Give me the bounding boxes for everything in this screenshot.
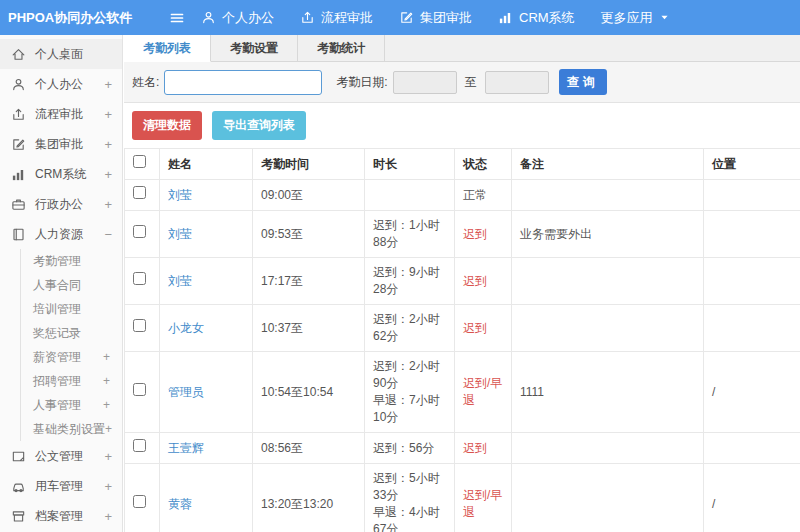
select-all-checkbox[interactable] [133,155,146,168]
expand-toggle-icon[interactable]: + [104,77,112,92]
sidebar-item-3[interactable]: 集团审批+ [0,129,122,159]
expand-toggle-icon[interactable]: + [104,137,112,152]
sidebar-item-6[interactable]: 人力资源− [0,219,122,249]
clean-data-button[interactable]: 清理数据 [132,111,202,140]
column-header: 考勤时间 [253,149,365,180]
duration-line: 迟到：2小时90分 [373,358,446,392]
nav-item-4[interactable]: 更多应用 [601,9,670,27]
expand-toggle-icon[interactable]: + [104,167,112,182]
tab-1[interactable]: 考勤设置 [211,35,298,61]
duration-cell: 迟到：9小时28分 [365,258,455,305]
sidebar-item-5[interactable]: 行政办公+ [0,189,122,219]
date-from-input[interactable] [393,71,457,94]
chart-icon [498,10,513,25]
date-label: 考勤日期: [336,74,387,91]
nav-item-1[interactable]: 流程审批 [300,9,373,27]
row-checkbox[interactable] [133,225,146,238]
employee-name-link[interactable]: 刘莹 [168,227,192,241]
status-cell: 正常 [455,180,512,211]
name-cell: 刘莹 [160,258,253,305]
location-cell [704,180,800,211]
employee-name-link[interactable]: 管理员 [168,385,204,399]
employee-name-link[interactable]: 小龙女 [168,321,204,335]
location-cell [704,211,800,258]
archive-icon [11,509,26,524]
row-checkbox[interactable] [133,495,146,508]
hamburger-menu-icon[interactable] [169,10,185,26]
tab-0[interactable]: 考勤列表 [124,35,211,62]
sidebar-item-label: 个人桌面 [35,46,112,63]
row-checkbox[interactable] [133,383,146,396]
status-badge: 迟到/早退 [463,376,502,407]
sidebar-subitem-3[interactable]: 奖惩记录 [21,321,122,345]
sidebar-subitem-4[interactable]: 薪资管理+ [21,345,122,369]
sidebar-item-1[interactable]: 个人办公+ [0,69,122,99]
table-row: 刘莹09:00至正常 [125,180,800,211]
expand-toggle-icon[interactable]: + [104,509,112,524]
row-checkbox-cell [125,464,160,532]
sidebar-item-4[interactable]: CRM系统+ [0,159,122,189]
employee-name-link[interactable]: 王壹辉 [168,441,204,455]
expand-toggle-icon[interactable]: − [104,227,112,242]
sidebar-item-8[interactable]: 用车管理+ [0,471,122,501]
expand-toggle-icon[interactable]: + [104,479,112,494]
sidebar-submenu: 考勤管理人事合同培训管理奖惩记录薪资管理+招聘管理+人事管理+基础类别设置+ [20,249,122,441]
tab-2[interactable]: 考勤统计 [298,35,385,61]
sidebar-item-0[interactable]: 个人桌面 [0,39,122,69]
sidebar-item-9[interactable]: 档案管理+ [0,501,122,531]
table-row: 刘莹17:17至迟到：9小时28分迟到 [125,258,800,305]
table-header-row: 姓名考勤时间时长状态备注位置 [125,149,800,180]
expand-toggle-icon[interactable]: + [104,449,112,464]
row-checkbox[interactable] [133,439,146,452]
date-to-input[interactable] [485,71,549,94]
sidebar-subitem-2[interactable]: 培训管理 [21,297,122,321]
sidebar-subitem-7[interactable]: 基础类别设置+ [21,417,122,441]
table-row: 管理员10:54至10:54迟到：2小时90分早退：7小时10分迟到/早退111… [125,352,800,433]
expand-toggle-icon[interactable]: + [104,107,112,122]
date-to-label: 至 [465,74,477,91]
nav-item-3[interactable]: CRM系统 [498,9,575,27]
sidebar-item-label: 行政办公 [35,196,104,213]
name-input[interactable] [164,70,322,95]
expand-toggle-icon[interactable]: + [104,197,112,212]
search-button[interactable]: 查询 [559,69,607,95]
duration-cell: 迟到：56分 [365,433,455,464]
note-cell: 1111 [512,352,704,433]
row-checkbox-cell [125,305,160,352]
sidebar-item-7[interactable]: 公文管理+ [0,441,122,471]
upload-icon [300,10,315,25]
expand-toggle-icon[interactable]: + [103,398,110,412]
home-icon [11,47,26,62]
user-icon [201,10,216,25]
sidebar-item-label: 集团审批 [35,136,104,153]
expand-toggle-icon[interactable]: + [103,374,110,388]
nav-item-2[interactable]: 集团审批 [399,9,472,27]
sidebar-subitem-0[interactable]: 考勤管理 [21,249,122,273]
table-row: 刘莹09:53至迟到：1小时88分迟到业务需要外出 [125,211,800,258]
sidebar-subitem-5[interactable]: 招聘管理+ [21,369,122,393]
duration-cell: 迟到：2小时90分早退：7小时10分 [365,352,455,433]
edit-icon [399,10,414,25]
export-list-button[interactable]: 导出查询列表 [212,111,306,140]
row-checkbox[interactable] [133,272,146,285]
row-checkbox[interactable] [133,319,146,332]
table-row: 王壹辉08:56至迟到：56分迟到 [125,433,800,464]
employee-name-link[interactable]: 刘莹 [168,274,192,288]
nav-item-label: 集团审批 [420,9,472,27]
expand-toggle-icon[interactable]: + [103,350,110,364]
sidebar-item-label: 档案管理 [35,508,104,525]
row-checkbox-cell [125,433,160,464]
row-checkbox[interactable] [133,186,146,199]
sidebar-subitem-6[interactable]: 人事管理+ [21,393,122,417]
sidebar-subitem-1[interactable]: 人事合同 [21,273,122,297]
nav-item-0[interactable]: 个人办公 [201,9,274,27]
expand-toggle-icon[interactable]: + [105,422,112,436]
sidebar-item-2[interactable]: 流程审批+ [0,99,122,129]
employee-name-link[interactable]: 黄蓉 [168,497,192,511]
sidebar-subitem-label: 薪资管理 [33,349,103,366]
sidebar-item-label: 个人办公 [35,76,104,93]
header-checkbox-cell [125,149,160,180]
employee-name-link[interactable]: 刘莹 [168,188,192,202]
table-row: 黄蓉13:20至13:20迟到：5小时33分早退：4小时67分迟到/早退/ [125,464,800,532]
time-cell: 09:00至 [253,180,365,211]
